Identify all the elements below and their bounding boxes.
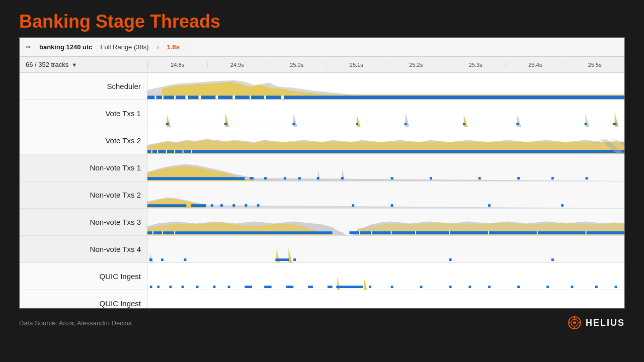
svg-rect-116 [420,286,423,288]
track-label: Non-vote Txs 3 [20,209,147,235]
data-source: Data Source: Anza, Alessandro Decina [19,319,132,327]
track-content[interactable] [147,127,624,154]
svg-rect-53 [391,177,393,179]
svg-rect-52 [341,177,344,179]
svg-rect-51 [317,177,319,179]
tracks-label[interactable]: 66 / 352 tracks ▼ [20,61,147,68]
svg-rect-58 [586,177,588,179]
svg-rect-80 [174,231,175,234]
svg-rect-117 [449,286,452,288]
svg-rect-70 [391,204,393,207]
svg-rect-105 [196,286,199,288]
track-row: Non-vote Txs 2 [20,182,624,209]
svg-rect-22 [166,123,169,125]
svg-marker-60 [147,197,624,208]
svg-rect-5 [174,96,176,99]
svg-rect-68 [257,204,260,207]
svg-rect-114 [369,286,371,288]
helius-logo: HELIUS [568,316,625,330]
svg-rect-103 [170,286,172,288]
svg-rect-122 [571,286,574,288]
svg-rect-45 [250,177,254,179]
track-row: Vote Txs 1 [20,100,624,127]
svg-rect-48 [298,177,301,179]
svg-rect-8 [215,96,218,99]
track-content[interactable] [147,290,624,308]
svg-rect-56 [517,177,520,179]
track-label: Non-vote Txs 2 [20,182,147,208]
tracks-count: 66 / 352 tracks [26,61,68,68]
ruler-tick: 25.5s [565,62,625,68]
track-row: Non-vote Txs 1 [20,154,624,182]
track-label: QUIC Ingest [20,263,147,290]
svg-rect-94 [184,258,187,261]
ruler-tick: 24.8s [147,62,207,68]
svg-rect-7 [199,96,201,99]
svg-rect-110 [286,286,294,288]
dropdown-icon: ▼ [71,62,77,68]
edit-icon: ✏ [26,43,31,51]
svg-rect-27 [463,123,465,125]
svg-rect-37 [174,150,175,153]
svg-rect-12 [281,96,284,99]
svg-rect-39 [191,150,192,153]
svg-rect-106 [213,286,216,288]
ruler-tick: 24.9s [207,62,267,68]
svg-rect-23 [224,123,227,125]
svg-rect-87 [537,231,538,234]
timeline-ruler: 24.8s 24.9s 25.0s 25.1s 25.2s 25.3s 25.4… [147,62,624,68]
track-content[interactable] [147,154,624,181]
track-content[interactable] [147,182,624,208]
svg-rect-113 [336,286,363,288]
svg-rect-64 [211,204,213,207]
svg-rect-98 [551,258,554,261]
track-label: Vote Txs 1 [20,100,147,127]
track-content[interactable] [147,209,624,235]
svg-rect-36 [166,150,167,153]
ruler-tick: 25.3s [446,62,506,68]
track-content[interactable] [147,236,624,262]
svg-rect-109 [264,286,272,288]
svg-rect-10 [250,96,251,99]
svg-rect-112 [328,286,333,288]
svg-rect-34 [151,150,152,153]
svg-rect-46 [264,177,267,179]
svg-rect-123 [595,286,598,288]
track-row: QUIC Ingest [20,263,624,290]
svg-rect-111 [308,286,313,288]
svg-rect-104 [182,286,184,288]
svg-rect-102 [157,286,159,288]
ruler-tick: 25.2s [386,62,446,68]
svg-rect-118 [468,286,471,288]
svg-rect-88 [586,231,587,234]
svg-rect-33 [147,150,624,153]
svg-rect-85 [449,231,450,234]
track-row: Non-vote Txs 4 [20,236,624,263]
svg-rect-9 [232,96,235,99]
chart-container: ✏ banking 1240 utc Full Range (38s) › 1.… [19,37,625,309]
svg-rect-78 [152,231,153,234]
track-label: Non-vote Txs 4 [20,236,147,262]
svg-rect-119 [488,286,491,288]
ruler-tick: 25.4s [505,62,565,68]
svg-rect-92 [149,258,152,261]
track-row: QUIC Ingest [20,290,624,308]
svg-rect-115 [391,286,393,288]
svg-rect-86 [488,231,489,234]
svg-rect-120 [517,286,520,288]
svg-rect-44 [147,177,245,180]
svg-rect-28 [516,123,519,125]
svg-marker-100 [364,278,367,290]
track-content[interactable] [147,100,624,127]
track-content[interactable] [147,263,624,290]
footer: Data Source: Anza, Alessandro Decina HEL… [0,309,644,337]
ruler-tick: 25.1s [327,62,386,68]
track-label: Vote Txs 2 [20,127,147,154]
range-arrow-icon: › [157,44,159,51]
track-label: QUIC Ingest [20,290,147,308]
svg-rect-95 [275,258,289,261]
svg-marker-91 [289,248,292,262]
svg-rect-83 [391,231,392,234]
track-content[interactable] [147,73,624,100]
svg-rect-81 [359,231,360,234]
